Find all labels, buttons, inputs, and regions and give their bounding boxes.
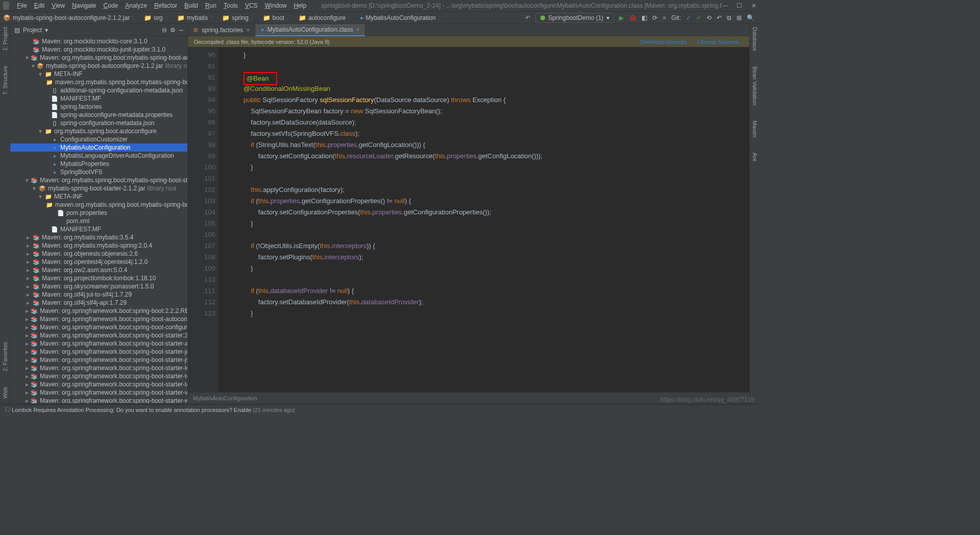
tree-row[interactable]: 📚Maven: org.mockito:mockito-core:3.1.0 — [10, 37, 187, 45]
tree-row[interactable]: {}spring-configuration-metadata.json — [10, 119, 187, 127]
close-icon[interactable]: ✕ — [751, 2, 756, 9]
tree-row[interactable]: ▸📚Maven: org.springframework.boot:spring… — [10, 323, 187, 331]
tree-row[interactable]: ConfigurationCustomizer — [10, 135, 187, 143]
tree-row[interactable]: ▾📦mybatis-spring-boot-starter-2.1.2.jar … — [10, 184, 187, 192]
run-config-dropdown[interactable]: ⬢ SpringbootDemo (1) ▾ — [535, 13, 614, 23]
vcs-commit-icon[interactable]: ✓ — [696, 14, 701, 21]
tree-row[interactable]: ▸📚Maven: org.springframework.boot:spring… — [10, 364, 187, 372]
tool-tab-database[interactable]: Database — [752, 27, 758, 51]
tree-row[interactable]: SpringBootVFS — [10, 168, 187, 176]
menu-edit[interactable]: Edit — [31, 1, 48, 10]
editor-tab[interactable]: ⚙spring.factories × — [188, 24, 255, 36]
coverage-icon[interactable]: ◧ — [642, 14, 647, 21]
collapse-icon[interactable]: ⊖ — [162, 27, 167, 34]
tree-row[interactable]: ▸📚Maven: org.springframework.boot:spring… — [10, 388, 187, 397]
tree-row[interactable]: 📁maven.org.mybatis.spring.boot.mybatis-s… — [10, 201, 187, 209]
line-number-gutter[interactable]: 9091↻92939495969798991001011021031041051… — [188, 47, 218, 392]
back-icon[interactable]: ↶ — [525, 14, 530, 21]
tree-row[interactable]: ▸📚Maven: org.projectlombok:lombok:1.18.1… — [10, 274, 187, 282]
menu-vcs[interactable]: VCS — [241, 1, 261, 10]
tool-tab-ant[interactable]: Ant — [752, 153, 758, 161]
tree-row[interactable]: 📄MANIFEST.MF — [10, 225, 187, 233]
tree-row[interactable]: ▾📁META-INF — [10, 70, 187, 78]
status-enable-link[interactable]: Enable — [234, 407, 251, 413]
chevron-down-icon[interactable]: ▾ — [45, 27, 48, 34]
editor-tab[interactable]: ●MybatisAutoConfiguration.class × — [255, 24, 365, 36]
menu-analyze[interactable]: Analyze — [121, 1, 151, 10]
tree-row[interactable]: ▸📚Maven: org.springframework.boot:spring… — [10, 380, 187, 388]
tree-row[interactable]: ▸📚Maven: org.springframework.boot:spring… — [10, 348, 187, 356]
project-view-label[interactable]: Project — [23, 27, 42, 34]
tree-row[interactable]: MybatisAutoConfiguration — [10, 143, 187, 152]
tree-row[interactable]: MybatisProperties — [10, 160, 187, 168]
tool-tab-web[interactable]: Web — [2, 387, 8, 398]
tree-row[interactable]: ▾📚Maven: org.mybatis.spring.boot:mybatis… — [10, 54, 187, 62]
tool-tab-structure[interactable]: 7: Structure — [2, 66, 8, 95]
tool-tab-maven[interactable]: Maven — [752, 120, 758, 137]
tree-row[interactable]: 📄pom.properties — [10, 209, 187, 217]
breadcrumb-item[interactable]: 📦 mybatis-spring-boot-autoconfigure-2.1.… — [0, 13, 141, 22]
breadcrumb-item[interactable]: 📁 autoconfigure 〉 — [296, 13, 357, 22]
choose-sources-link[interactable]: Choose Sources... — [697, 39, 744, 45]
tree-row[interactable]: ▸📚Maven: org.springframework.boot:spring… — [10, 315, 187, 323]
find-icon[interactable]: 🔍 — [747, 14, 754, 21]
menu-refactor[interactable]: Refactor — [151, 1, 181, 10]
tree-row[interactable]: ▸📚Maven: org.springframework.boot:spring… — [10, 397, 187, 403]
tree-row[interactable]: ▸📚Maven: org.objenesis:objenesis:2.6 — [10, 250, 187, 258]
close-tab-icon[interactable]: × — [246, 27, 250, 34]
tree-row[interactable]: 📚Maven: org.mockito:mockito-junit-jupite… — [10, 45, 187, 54]
vcs-history-icon[interactable]: ⟲ — [706, 14, 712, 21]
search-icon[interactable]: ⧉ — [727, 14, 731, 21]
menu-run[interactable]: Run — [202, 1, 220, 10]
breadcrumb-item[interactable]: ● MybatisAutoConfiguration 〉 — [357, 13, 447, 22]
menu-window[interactable]: Window — [261, 1, 290, 10]
menu-file[interactable]: File — [13, 1, 30, 10]
tree-row[interactable]: pom.xml — [10, 217, 187, 225]
gear-icon[interactable]: ⚙ — [170, 27, 176, 34]
breadcrumb-item[interactable]: 📁 spring 〉 — [219, 13, 260, 22]
debug-icon[interactable]: 🐞 — [629, 14, 636, 21]
tree-row[interactable]: ▾📁META-INF — [10, 192, 187, 201]
project-tree[interactable]: 📚Maven: org.mockito:mockito-core:3.1.0📚M… — [10, 36, 187, 403]
menu-navigate[interactable]: Navigate — [68, 1, 100, 10]
close-tab-icon[interactable]: × — [356, 26, 360, 33]
tree-row[interactable]: ▸📚Maven: org.slf4j:slf4j-api:1.7.29 — [10, 299, 187, 307]
tree-row[interactable]: MybatisLanguageDriverAutoConfiguration — [10, 152, 187, 160]
tree-row[interactable]: ▸📚Maven: org.skyscreamer:jsonassert:1.5.… — [10, 282, 187, 290]
tree-row[interactable]: ▸📚Maven: org.springframework.boot:spring… — [10, 331, 187, 339]
code-editor[interactable]: } @Bean @ConditionalOnMissingBean public… — [218, 47, 749, 392]
tool-tab-favorites[interactable]: 2: Favorites — [2, 342, 8, 371]
tree-row[interactable]: ▸📚Maven: org.ow2.asm:asm:5.0.4 — [10, 266, 187, 274]
tree-row[interactable]: ▾📁org.mybatis.spring.boot.autoconfigure — [10, 127, 187, 135]
breadcrumb-item[interactable]: 📁 boot 〉 — [260, 13, 296, 22]
profile-icon[interactable]: ⟳ — [652, 14, 657, 21]
tree-row[interactable]: ▸📚Maven: org.springframework.boot:spring… — [10, 356, 187, 364]
hide-icon[interactable]: ─ — [179, 27, 183, 34]
download-sources-link[interactable]: Download Sources — [640, 39, 687, 45]
breadcrumb-item[interactable]: 📁 mybatis 〉 — [174, 13, 219, 22]
tree-row[interactable]: ▸📚Maven: org.slf4j:jul-to-slf4j:1.7.29 — [10, 290, 187, 299]
tree-row[interactable]: ▸📚Maven: org.springframework.boot:spring… — [10, 372, 187, 380]
menu-code[interactable]: Code — [100, 1, 122, 10]
tree-row[interactable]: ▾📚Maven: org.mybatis.spring.boot:mybatis… — [10, 176, 187, 184]
tree-row[interactable]: ▾📦mybatis-spring-boot-autoconfigure-2.1.… — [10, 62, 187, 70]
menu-view[interactable]: View — [48, 1, 68, 10]
tree-row[interactable]: 📄spring-autoconfigure-metadata.propertie… — [10, 111, 187, 119]
breadcrumb-item[interactable]: 📁 org 〉 — [141, 13, 174, 22]
stop-icon[interactable]: ■ — [663, 14, 666, 21]
tree-row[interactable]: ▸📚Maven: org.mybatis:mybatis:3.5.4 — [10, 233, 187, 241]
vcs-update-icon[interactable]: ✓ — [686, 14, 691, 21]
tree-row[interactable]: {}additional-spring-configuration-metada… — [10, 86, 187, 94]
tree-row[interactable]: ▸📚Maven: org.opentest4j:opentest4j:1.2.0 — [10, 258, 187, 266]
menu-build[interactable]: Build — [181, 1, 202, 10]
tree-row[interactable]: 📄MANIFEST.MF — [10, 94, 187, 103]
tree-row[interactable]: ▸📚Maven: org.mybatis:mybatis-spring:2.0.… — [10, 241, 187, 250]
tree-row[interactable]: ▸📚Maven: org.springframework.boot:spring… — [10, 307, 187, 315]
vcs-revert-icon[interactable]: ↶ — [717, 14, 722, 21]
tree-row[interactable]: ▸📚Maven: org.springframework.boot:spring… — [10, 339, 187, 348]
tool-tab-bean-validation[interactable]: Bean Validation — [752, 66, 758, 105]
tool-tab-project[interactable]: 1: Project — [2, 27, 8, 51]
tree-row[interactable]: 📄spring.factories — [10, 103, 187, 111]
run-icon[interactable]: ▶ — [619, 14, 624, 21]
tree-row[interactable]: 📁maven.org.mybatis.spring.boot.mybatis-s… — [10, 78, 187, 86]
